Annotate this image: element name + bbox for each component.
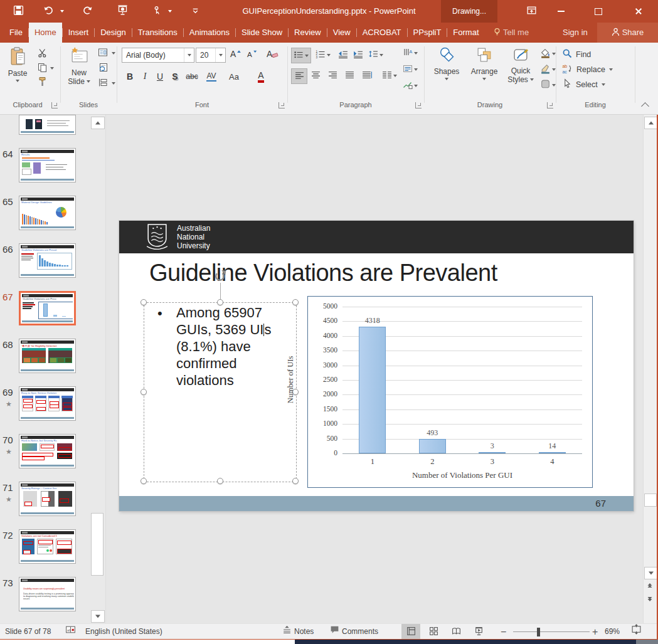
numbering-button[interactable]: 123 (314, 48, 332, 62)
copy-dropdown-icon[interactable] (50, 67, 54, 70)
panel-scrollbar-thumb[interactable] (91, 513, 103, 576)
shrink-font-button[interactable]: A (245, 48, 258, 61)
align-center-button[interactable] (308, 68, 323, 83)
underline-button[interactable]: U (153, 69, 167, 84)
format-painter-button[interactable] (35, 77, 49, 89)
change-case-button[interactable]: Aa (227, 69, 241, 84)
resize-handle-top-left[interactable] (141, 299, 147, 305)
font-size-combo[interactable]: 20 (196, 48, 226, 63)
maximize-button[interactable] (585, 0, 612, 23)
bar[interactable] (359, 327, 386, 453)
columns-button[interactable] (380, 68, 399, 83)
tab-file[interactable]: File (4, 23, 28, 43)
slide-counter[interactable]: Slide 67 of 78 (5, 624, 51, 640)
justify-button[interactable] (342, 68, 357, 83)
select-button[interactable]: Select (562, 78, 605, 91)
text-direction-button[interactable]: A (400, 46, 420, 60)
slideshow-view-button[interactable] (469, 624, 488, 640)
tab-design[interactable]: Design (95, 23, 131, 43)
italic-button[interactable]: I (138, 69, 152, 84)
find-button[interactable]: Find (562, 48, 591, 61)
bar-chart[interactable]: 0500100015002000250030003500400045005000… (307, 296, 593, 488)
strikethrough-button[interactable]: abc (183, 69, 201, 84)
resize-handle-middle-left[interactable] (141, 389, 147, 395)
slide-thumbnail-66[interactable]: Guideline Violations are Prevalent (19, 243, 76, 278)
zoom-slider-thumb[interactable] (537, 628, 540, 636)
reset-slide-button[interactable] (95, 63, 110, 74)
slide-sorter-view-button[interactable] (424, 624, 443, 640)
slide-thumbnail-72[interactable]: Violations are not Considered Serious (19, 529, 76, 564)
shape-fill-button[interactable] (538, 48, 557, 60)
comments-button[interactable]: Comments (330, 624, 378, 640)
slide-canvas[interactable]: AustralianNationalUniversity Guideline V… (119, 221, 634, 511)
zoom-level[interactable]: 69% (605, 624, 620, 640)
next-slide-button[interactable] (647, 596, 653, 602)
slide-thumbnail-65[interactable]: Material Design Guidelines (19, 196, 76, 230)
paragraph-dialog-launcher-icon[interactable] (415, 102, 422, 108)
notes-button[interactable]: Notes (282, 624, 314, 640)
language-indicator[interactable]: English (United States) (85, 624, 162, 640)
panel-scroll-up-button[interactable] (91, 117, 105, 129)
slide-thumbnail-64[interactable]: Results (19, 148, 76, 182)
layout-dropdown-icon[interactable] (112, 52, 115, 55)
arrange-button[interactable]: Arrange (467, 46, 502, 80)
slide-thumbnail-67[interactable]: Guideline Violations are Prevalent (19, 291, 76, 325)
rotation-handle-icon[interactable] (213, 269, 227, 286)
close-button[interactable] (622, 0, 655, 23)
align-left-button[interactable] (291, 68, 307, 84)
minimize-button[interactable] (547, 0, 575, 23)
bar[interactable] (479, 452, 506, 453)
bar[interactable] (419, 439, 446, 453)
shape-effects-button[interactable] (538, 79, 557, 92)
paste-button[interactable]: Paste (3, 46, 32, 82)
slide-thumbnail-68[interactable]: “看不清” for Illegibility Detection (19, 339, 76, 373)
text-shadow-button[interactable]: S (168, 69, 182, 84)
collapse-ribbon-icon[interactable] (641, 102, 649, 110)
normal-view-button[interactable] (401, 624, 420, 640)
bar[interactable] (539, 452, 566, 453)
tab-review[interactable]: Review (289, 23, 327, 43)
scroll-up-button[interactable] (644, 117, 658, 129)
slide-thumbnail-71[interactable]: Severity Ratings – Context Sensitive (19, 482, 76, 516)
distributed-button[interactable] (359, 68, 375, 83)
bullets-button[interactable] (291, 48, 311, 63)
zoom-slider-track[interactable] (513, 631, 590, 632)
shapes-button[interactable]: Shapes (429, 46, 464, 80)
section-dropdown-icon[interactable] (112, 82, 115, 85)
tab-acrobat[interactable]: ACROBAT (357, 23, 407, 43)
convert-smartart-button[interactable] (400, 79, 420, 92)
panel-scroll-down-button[interactable] (91, 610, 105, 623)
share-button[interactable]: Share (597, 23, 658, 43)
font-name-combo[interactable]: Arial (Body) (122, 48, 194, 63)
tab-insert[interactable]: Insert (63, 23, 95, 43)
font-color-button[interactable]: A (253, 69, 268, 84)
bullet-text[interactable]: Among 65907GUIs, 5369 UIs(8.1%) haveconf… (176, 304, 302, 389)
decrease-indent-button[interactable] (336, 48, 349, 62)
character-spacing-button[interactable]: AV (203, 69, 220, 84)
resize-handle-bottom-right[interactable] (292, 478, 299, 484)
bold-button[interactable]: B (123, 69, 137, 84)
cut-button[interactable] (35, 48, 49, 60)
align-text-button[interactable] (400, 63, 420, 76)
zoom-in-button[interactable]: + (592, 624, 598, 640)
tab-transitions[interactable]: Transitions (132, 23, 183, 43)
clear-formatting-button[interactable]: A (265, 48, 280, 61)
resize-handle-bottom-left[interactable] (141, 478, 147, 484)
spell-check-icon[interactable]: ab (65, 624, 76, 640)
tab-home[interactable]: Home (29, 23, 62, 43)
fit-to-window-icon[interactable] (631, 624, 642, 640)
increase-indent-button[interactable] (351, 48, 364, 62)
ribbon-display-options-icon[interactable] (523, 4, 539, 19)
previous-slide-button[interactable] (647, 583, 653, 588)
tab-format[interactable]: Format (447, 23, 484, 43)
slide-layout-button[interactable] (95, 48, 110, 59)
resize-handle-bottom-center[interactable] (217, 478, 223, 484)
scroll-down-button[interactable] (644, 567, 658, 579)
section-button[interactable] (95, 78, 110, 89)
drawing-dialog-launcher-icon[interactable] (547, 102, 553, 108)
slide-thumbnail-70[interactable]: Hard-to-Notice, but Severity Ratings Var… (19, 434, 76, 468)
align-right-button[interactable] (325, 68, 340, 83)
new-slide-button[interactable]: New Slide (63, 46, 95, 86)
slide-thumbnail-69[interactable]: Easy-to-Spot, Serious Violations (19, 386, 76, 421)
main-scrollbar-thumb[interactable] (644, 494, 657, 507)
